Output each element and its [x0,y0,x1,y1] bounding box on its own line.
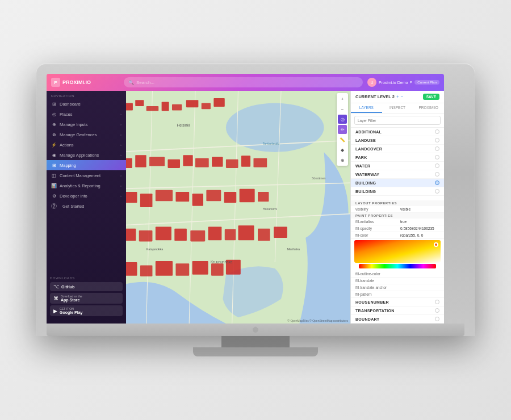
map-tool-edit[interactable]: ✏ [338,125,347,134]
layer-visibility-dot[interactable] [435,300,439,304]
level-title: CURRENT LEVEL 2 [355,94,395,99]
list-item[interactable]: PARK [351,153,444,162]
svg-text:Katajanokka: Katajanokka [146,247,164,251]
color-picker-handle[interactable] [434,242,438,247]
appstore-text: Download on the App Store [61,295,82,302]
layer-visibility-dot[interactable] [435,317,439,321]
map-tool-location[interactable]: ◎ [338,115,347,124]
layer-visibility-dot[interactable] [435,172,439,177]
prop-row-visibility: visibility visible [351,206,444,213]
level-down-btn[interactable]: − [401,94,404,99]
svg-rect-19 [149,157,165,166]
github-download-btn[interactable]: ⌥ GitHub [50,282,123,291]
monitor-wrapper: P PROXIMI.IO 🔍 U Proximi.io Demo ▾ Curre… [36,64,475,356]
svg-rect-12 [162,102,169,111]
prop-row-outline-color: fill-outline-color [351,271,444,278]
map-area[interactable]: Helsinki Sörnäinen Hakaniemi Kruununhaka… [126,91,350,324]
sidebar-item-analytics[interactable]: 📊 Analytics & Reporting › [47,180,126,191]
sidebar-item-developer[interactable]: ⚙ Developer Info › [47,191,126,201]
applications-icon: ◉ [51,152,57,158]
layer-list: ADDITIONAL LANDUSE LANDCOVER [351,128,444,200]
map-tool-zoom-out[interactable]: − [338,104,347,114]
layer-visibility-dot[interactable] [435,146,439,151]
sidebar-item-actions[interactable]: ⚡ Actions › [47,140,126,150]
svg-rect-27 [126,192,137,203]
appstore-download-btn[interactable]: ⌘ Download on the App Store [50,293,123,304]
layer-visibility-dot[interactable] [435,189,439,194]
layer-visibility-dot[interactable] [435,129,439,134]
list-item-boundary[interactable]: BOUNDARY [351,315,444,324]
layer-visibility-dot[interactable] [435,163,439,168]
svg-rect-36 [126,229,136,241]
sidebar-item-label: Manage Geofences [60,132,97,137]
googleplay-icon: ▶ [53,308,57,314]
list-item[interactable]: ADDITIONAL [351,128,444,136]
googleplay-download-btn[interactable]: ▶ GET IT ON Google Play [50,305,123,316]
svg-rect-43 [238,225,254,240]
list-item[interactable]: BUILDING [351,179,444,187]
layer-visibility-dot[interactable] [435,180,439,185]
sidebar-item-geofences[interactable]: ⊗ Manage Geofences › [47,129,126,140]
svg-text:Sörnäinen: Sörnäinen [312,177,326,180]
map-tool-ruler[interactable]: 📏 [338,135,347,144]
analytics-icon: 📊 [51,183,57,188]
svg-rect-51 [211,263,224,276]
nav-arrow: › [120,143,122,146]
svg-rect-38 [156,227,171,241]
sidebar-item-label: Actions [60,142,74,148]
level-up-btn[interactable]: + [396,94,399,99]
color-spectrum[interactable] [359,264,436,268]
map-toolbar: + − ◎ ✏ 📏 ◆ ⊕ [337,93,348,166]
layer-filter-input[interactable] [354,116,441,125]
sidebar-item-applications[interactable]: ◉ Manage Applications › [47,150,126,160]
search-bar[interactable]: 🔍 [124,77,363,87]
sidebar-item-get-started[interactable]: ? Get Started [47,201,126,211]
list-item-transportation[interactable]: TRANSPORTATION [351,306,444,315]
avatar: U [367,78,376,87]
list-item[interactable]: LANDUSE [351,136,444,145]
prop-row-antialias: fill-antialias true [351,219,444,225]
svg-rect-42 [225,229,236,240]
sidebar-item-manage-inputs[interactable]: ⊕ Manage Inputs › [47,119,126,129]
svg-rect-30 [175,192,189,201]
monitor-screen: P PROXIMI.IO 🔍 U Proximi.io Demo ▾ Curre… [47,74,444,324]
layer-visibility-dot[interactable] [435,138,439,142]
user-area: U Proximi.io Demo ▾ Current Plan [367,78,439,87]
tab-layers[interactable]: LAYERS [351,103,382,113]
layer-visibility-dot[interactable] [435,155,439,159]
prop-row-pattern: fill-pattern [351,291,444,298]
list-item[interactable]: LANDCOVER [351,145,444,153]
prop-row-fill-color[interactable]: fill-color rgba(255, 0, 0 [351,232,444,239]
svg-rect-18 [135,155,146,167]
list-item-housenumber[interactable]: HOUSENUMBER [351,298,444,306]
sidebar-item-places[interactable]: ◎ Places › [47,109,126,119]
sidebar-item-label: Content Management [60,173,100,178]
nav-arrow: › [120,123,122,126]
nav-arrow: › [120,174,122,177]
sidebar-item-dashboard[interactable]: ⊞ Dashboard [47,99,126,109]
nav-arrow: › [120,153,122,157]
search-input[interactable] [136,80,358,85]
list-item[interactable]: BUILDING [351,187,444,196]
color-picker-area[interactable] [351,239,444,271]
tab-proximiio[interactable]: PROXIMIIO [413,103,444,113]
svg-text:Hakaniemi: Hakaniemi [263,207,277,211]
tab-inspect[interactable]: INSPECT [382,103,413,113]
map-tool-draw[interactable]: ◆ [338,145,347,154]
map-tool-add[interactable]: ⊕ [338,156,347,165]
properties-section: LAYOUT PROPERTIES visibility visible PAI… [351,200,444,324]
user-dropdown-icon[interactable]: ▾ [410,80,412,85]
sidebar-item-content[interactable]: ◫ Content Management › [47,170,126,180]
downloads-section: DOWNLOADS ⌥ GitHub ⌘ Download on the [47,273,126,321]
list-item[interactable]: WATER [351,162,444,170]
color-gradient[interactable] [354,240,441,263]
svg-rect-23 [212,157,223,167]
sidebar-item-mapping[interactable]: ⊞ Mapping [47,160,126,170]
github-icon: ⌥ [53,284,59,289]
list-item[interactable]: WATERWAY [351,170,444,179]
logo-icon: P [51,78,60,87]
map-tool-zoom-in[interactable]: + [338,94,347,103]
save-button[interactable]: SAVE [423,94,439,100]
user-name: Proximi.io Demo [379,81,408,85]
layer-visibility-dot[interactable] [435,308,439,313]
